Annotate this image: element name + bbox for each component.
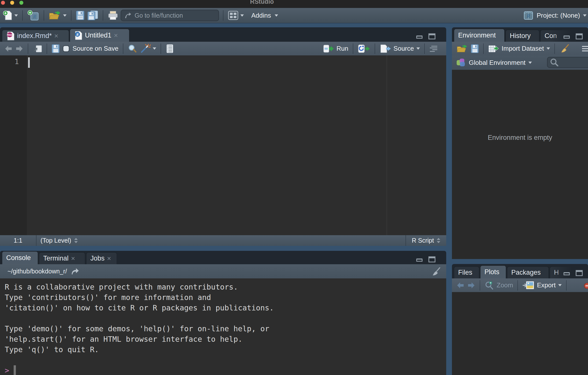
checkbox-icon (63, 45, 70, 52)
zoom-plot-button[interactable]: Zoom (483, 281, 514, 290)
find-replace-button[interactable] (126, 44, 138, 53)
code-tools-button[interactable] (138, 44, 158, 54)
code-editor[interactable]: 1 (0, 55, 446, 235)
forward-arrow-icon (15, 45, 23, 52)
clear-environment-button[interactable] (558, 44, 571, 54)
console-line: R is a collaborative project with many c… (5, 282, 446, 292)
forward-arrow-icon (467, 282, 475, 289)
source-on-save-checkbox[interactable]: Source on Save (61, 45, 120, 52)
file-type-selector[interactable]: R Script (405, 235, 446, 246)
minimize-window-button[interactable] (10, 1, 14, 5)
clear-console-icon[interactable] (431, 267, 441, 277)
close-tab-icon[interactable]: × (107, 255, 111, 262)
fullscreen-window-button[interactable] (19, 1, 23, 5)
open-in-new-window-button[interactable] (31, 44, 44, 53)
scope-label: (Top Level) (40, 237, 71, 244)
editor-tab-untitled1[interactable]: R Untitled1 × (70, 29, 129, 42)
minimize-pane-icon[interactable] (563, 33, 571, 40)
forward-button[interactable] (14, 45, 25, 52)
new-project-button[interactable]: R (26, 10, 41, 21)
environment-scope-selector[interactable]: Global Environment (456, 58, 532, 67)
separator (22, 10, 23, 21)
tab-plots[interactable]: Plots (480, 265, 506, 278)
remove-plot-icon[interactable] (584, 282, 588, 289)
file-type-spinner-icon (437, 238, 440, 243)
source-on-save-label: Source on Save (73, 45, 118, 52)
addins-button[interactable]: Addins (250, 12, 280, 19)
project-menu-button[interactable]: R Project: (None) (523, 8, 587, 23)
maximize-pane-icon[interactable] (575, 33, 583, 40)
save-workspace-button[interactable] (469, 44, 480, 53)
rerun-button[interactable] (356, 44, 372, 53)
environment-search-input[interactable] (547, 57, 588, 68)
back-button[interactable] (3, 45, 14, 52)
new-file-button[interactable] (1, 10, 19, 21)
goto-directory-icon[interactable] (71, 268, 79, 275)
import-dataset-button[interactable]: Import Dataset (487, 44, 551, 53)
more-options-icon[interactable] (582, 45, 588, 53)
next-plot-button[interactable] (466, 282, 477, 289)
tab-label: Plots (484, 268, 499, 276)
goto-file-search[interactable]: Go to file/function (121, 10, 219, 21)
separator (424, 43, 425, 54)
editor-pane-window-controls (415, 33, 436, 40)
tab-console[interactable]: Console (2, 251, 38, 264)
environment-pane-window-controls (563, 33, 583, 40)
zoom-magnifier-icon (485, 281, 494, 290)
minimize-pane-icon[interactable] (563, 269, 571, 276)
scope-spinner-icon (74, 238, 78, 243)
export-plot-button[interactable]: Export (521, 281, 563, 290)
minimize-pane-icon[interactable] (415, 33, 423, 40)
new-file-icon (3, 10, 12, 21)
source-label: Source (394, 45, 414, 52)
open-file-caret-icon (63, 14, 67, 17)
print-button[interactable] (106, 11, 120, 20)
editor-tab-index-rmd[interactable]: Rmd index.Rmd* × (2, 30, 69, 42)
maximize-pane-icon[interactable] (428, 256, 436, 263)
tab-history[interactable]: History (506, 30, 539, 42)
open-file-button[interactable] (47, 10, 68, 21)
editor-tab-label: Untitled1 (85, 32, 111, 39)
cursor-position[interactable]: 1:1 (0, 235, 37, 246)
document-outline-button[interactable] (428, 45, 439, 52)
rerun-icon (358, 44, 370, 53)
files-plots-pane: Files Plots Packages H (452, 264, 588, 375)
tab-label: Files (458, 269, 472, 276)
console-line: Type 'demo()' for some demos, 'help()' f… (5, 324, 446, 334)
close-tab-icon[interactable]: × (54, 33, 58, 39)
global-environment-icon (456, 58, 466, 67)
console-pane: Console Terminal × Jobs × ~/github/bookd… (0, 251, 446, 375)
minimize-pane-icon[interactable] (415, 256, 423, 263)
source-button[interactable]: Source (378, 44, 421, 53)
tab-files[interactable]: Files (454, 266, 479, 278)
maximize-pane-icon[interactable] (428, 33, 436, 40)
separator (47, 43, 47, 54)
console-line: 'citation()' on how to cite R or R packa… (5, 303, 446, 313)
close-window-button[interactable] (1, 1, 5, 5)
console-line: Type 'contributors()' for more informati… (5, 292, 446, 303)
separator (483, 43, 484, 54)
tab-packages[interactable]: Packages (507, 266, 549, 278)
pane-layout-button[interactable] (226, 11, 245, 20)
compile-report-button[interactable] (164, 44, 176, 53)
tab-jobs[interactable]: Jobs × (86, 252, 117, 264)
previous-plot-button[interactable] (455, 282, 466, 289)
scope-selector[interactable]: (Top Level) (37, 235, 405, 246)
separator (44, 10, 44, 21)
close-tab-icon[interactable]: × (71, 255, 75, 262)
console-output[interactable]: R is a collaborative project with many c… (0, 278, 446, 375)
save-button[interactable] (74, 11, 86, 20)
source-caret-icon (416, 47, 420, 50)
pane-layout-caret-icon (240, 14, 244, 17)
close-tab-icon[interactable]: × (114, 32, 118, 39)
tab-environment[interactable]: Environment (454, 29, 505, 42)
console-prompt-row[interactable]: > (5, 365, 446, 375)
svg-text:R: R (33, 14, 36, 19)
save-document-button[interactable] (50, 44, 61, 53)
maximize-pane-icon[interactable] (575, 269, 583, 276)
tab-terminal[interactable]: Terminal × (39, 252, 85, 264)
run-button[interactable]: Run (322, 44, 350, 53)
load-workspace-button[interactable] (455, 44, 469, 53)
separator (480, 280, 480, 291)
save-all-button[interactable] (86, 10, 100, 20)
